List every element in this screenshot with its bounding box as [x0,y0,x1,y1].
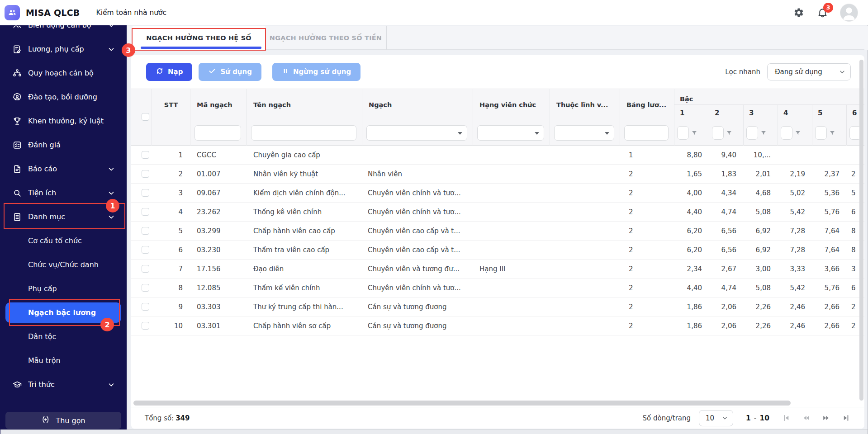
first-page-button[interactable] [780,412,792,424]
sidebar-item-1[interactable]: Lương, phụ cấp [0,37,127,61]
table-row[interactable]: 2 01.007 Nhân viên kỹ thuật Nhân viên 2 … [131,165,864,184]
row-checkbox[interactable] [142,246,149,254]
funnel-filter-icon[interactable] [863,130,864,136]
bac-column-header-4[interactable]: 4 [778,105,812,121]
row-checkbox[interactable] [142,322,149,330]
column-header-ma-ngach[interactable]: Mã ngạch [190,89,247,121]
select-all-checkbox[interactable] [142,113,149,121]
sidebar-subitem-0[interactable]: Cơ cấu tổ chức [0,229,127,253]
funnel-filter-icon[interactable] [795,130,801,136]
sidebar-item-tri-thuc[interactable]: Tri thức [0,373,127,396]
trophy-icon [12,116,23,127]
cell-bac-4: 2,46 [777,297,811,316]
rows-per-page-select[interactable]: 10 [699,410,733,426]
vertical-scrollbar[interactable] [859,60,863,401]
next-page-button[interactable] [820,412,832,424]
table-row[interactable]: 6 03.230 Thẩm tra viên cao cấp Chuyên vi… [131,241,864,259]
table-row[interactable]: 9 03.303 Thư ký trung cấp thi hàn... Cán… [131,297,864,316]
filter-bac-4-input[interactable] [781,126,792,140]
app-name: MISA QLCB [26,8,80,18]
filter-ngach-select[interactable] [366,125,467,141]
row-checkbox[interactable] [142,208,149,216]
row-checkbox[interactable] [142,265,149,273]
funnel-filter-icon[interactable] [760,130,767,136]
filter-ten-ngach-input[interactable] [251,125,356,141]
sidebar-item-8[interactable]: Danh mục 1 [0,205,127,229]
tab-ngach-huong-theo-so-tien[interactable]: NGẠCH HƯỞNG THEO SỐ TIỀN [265,26,387,50]
funnel-filter-icon[interactable] [691,130,697,136]
cell-bac-1: 1,86 [674,297,708,316]
chevron-down-icon [107,380,116,389]
user-avatar[interactable] [840,4,858,22]
column-header-bang-luong[interactable]: Bảng lươ... [620,89,674,121]
sidebar-item-7[interactable]: Tiện ích [0,181,127,205]
table-row[interactable]: 10 03.301 Chấp hành viên sơ cấp Cán sự v… [131,316,864,335]
column-header-hang-vien-chuc[interactable]: Hạng viên chức [473,89,550,121]
bac-column-header-3[interactable]: 3 [743,105,778,121]
filter-thuoc-linh-vuc-select[interactable] [554,125,614,141]
bac-column-header-5[interactable]: 5 [812,105,846,121]
sidebar-subitem-2[interactable]: Phụ cấp [0,277,127,301]
chevron-down-icon [107,165,116,174]
bac-column-header-1[interactable]: 1 [674,105,709,121]
sidebar-item-2[interactable]: Quy hoạch cán bộ [0,61,127,85]
cell-bac-3: 10,... [743,146,777,164]
table-row[interactable]: 4 23.262 Thống kê viên chính Chuyên viên… [131,203,864,222]
sidebar-item-3[interactable]: Đào tạo, bồi dưỡng [0,85,127,109]
filter-hang-vien-chuc-select[interactable] [477,125,544,141]
filter-bac-3-input[interactable] [746,126,758,140]
filter-bac-1-input[interactable] [677,126,689,140]
organization-name: Kiểm toán nhà nước [96,9,166,17]
bac-column-header-2[interactable]: 2 [709,105,743,121]
horizontal-scrollbar[interactable] [133,401,791,406]
quick-filter-select[interactable]: Đang sử dụng [767,63,851,80]
sidebar-item-4[interactable]: Khen thưởng, kỷ luật [0,109,127,133]
table-row[interactable]: 1 CGCC Chuyên gia cao cấp 1 8,809,4010,.… [131,146,864,165]
filter-bang-luong-input[interactable] [624,125,669,141]
sidebar-subitem-5[interactable]: Mẫu trộn [0,349,127,373]
table-row[interactable]: 7 17.156 Đạo diễn Chuyên viên và tương đ… [131,259,864,278]
app-logo-icon[interactable] [5,5,20,20]
previous-page-button[interactable] [800,412,812,424]
row-checkbox[interactable] [142,189,149,197]
collapse-sidebar-button[interactable]: Thu gọn [5,412,121,429]
cell-hang-vien-chuc [473,297,550,316]
row-checkbox[interactable] [142,303,149,311]
table-row[interactable]: 3 09.067 Kiểm dịch viên chính độn... Chu… [131,184,864,203]
column-header-ngach[interactable]: Ngạch [362,89,473,121]
sidebar-item-5[interactable]: Đánh giá [0,133,127,157]
table-row[interactable]: 5 03.299 Chấp hành viên cao cấp Chuyên v… [131,222,864,241]
column-header-ten-ngach[interactable]: Tên ngạch [247,89,362,121]
cell-bang-luong: 2 [620,165,674,183]
tab-ngach-huong-theo-he-so[interactable]: NGẠCH HƯỞNG THEO HỆ SỐ 3 [133,26,265,50]
row-checkbox[interactable] [142,151,149,159]
column-header-thuoc-linh-vuc[interactable]: Thuộc lĩnh v... [550,89,620,121]
su-dung-button[interactable]: Sử dụng [199,63,261,81]
ngung-su-dung-button[interactable]: Ngừng sử dụng [272,63,360,81]
cell-ma-ngach: 03.301 [190,316,247,335]
cell-stt: 6 [152,241,190,259]
row-checkbox[interactable] [142,284,149,292]
notifications-bell-icon[interactable]: 3 [816,7,828,19]
last-page-button[interactable] [840,412,852,424]
funnel-filter-icon[interactable] [726,130,732,136]
filter-bac-2-input[interactable] [712,126,724,140]
column-header-stt[interactable]: STT [152,89,190,121]
sidebar-subitem-4[interactable]: Dân tộc [0,325,127,349]
chevron-down-icon [839,68,846,75]
row-checkbox[interactable] [142,170,149,178]
dropdown-caret-icon [535,132,539,135]
filter-ma-ngach-input[interactable] [194,125,241,141]
settings-gear-icon[interactable] [793,7,805,19]
funnel-filter-icon[interactable] [829,130,835,136]
filter-bac-5-input[interactable] [815,126,827,140]
sidebar-subitem-1[interactable]: Chức vụ/Chức danh [0,253,127,277]
cell-bac-4: 5,02 [777,184,811,202]
sidebar-item-label: Đào tạo, bồi dưỡng [28,93,116,101]
sidebar-item-0[interactable]: Biến động cán bộ [0,25,127,37]
row-checkbox[interactable] [142,227,149,235]
nap-button[interactable]: Nạp [146,63,192,81]
sidebar-subitem-3[interactable]: Ngạch bậc lương 2 [5,302,121,323]
table-row[interactable]: 8 12.085 Thẩm kế viên chính Chuyên viên … [131,278,864,297]
sidebar-item-6[interactable]: Báo cáo [0,157,127,181]
